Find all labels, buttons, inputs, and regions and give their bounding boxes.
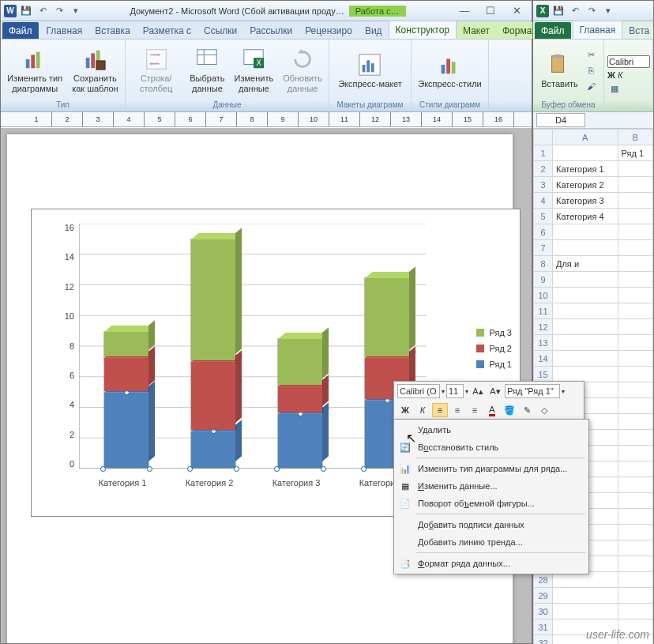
undo-icon[interactable]: ↶ bbox=[36, 4, 50, 18]
cell[interactable] bbox=[618, 193, 653, 209]
mini-font-select[interactable] bbox=[397, 384, 440, 398]
cell[interactable] bbox=[553, 240, 618, 256]
cell[interactable] bbox=[618, 446, 653, 461]
cell[interactable] bbox=[618, 351, 653, 367]
cell[interactable] bbox=[553, 288, 618, 303]
tab-layout[interactable]: Макет bbox=[457, 22, 496, 39]
cell[interactable] bbox=[618, 461, 653, 477]
refresh-data-button[interactable]: Обновить данные bbox=[280, 45, 325, 95]
switch-row-column-button[interactable]: Строка/столбец bbox=[129, 45, 183, 95]
cell[interactable] bbox=[618, 303, 653, 319]
change-chart-type-button[interactable]: Изменить тип диаграммы bbox=[4, 45, 66, 95]
cell[interactable] bbox=[553, 303, 618, 319]
row-header[interactable]: 8 bbox=[534, 256, 553, 272]
row-header[interactable]: 3 bbox=[534, 177, 553, 193]
font-select[interactable] bbox=[607, 55, 650, 68]
menu-format-series[interactable]: 📑Формат ряда данных... bbox=[396, 555, 587, 572]
shrink-font-icon[interactable]: A▾ bbox=[487, 384, 503, 398]
menu-3d-rotation[interactable]: 📄Поворот объемной фигуры... bbox=[396, 495, 587, 512]
mini-size-select[interactable] bbox=[446, 384, 464, 398]
cell[interactable] bbox=[618, 224, 653, 240]
tab-mailings[interactable]: Рассылки bbox=[243, 22, 299, 39]
row-header[interactable]: 14 bbox=[534, 351, 553, 367]
excel-save-icon[interactable]: 💾 bbox=[551, 4, 566, 18]
row-header[interactable]: 7 bbox=[534, 240, 553, 256]
cell[interactable] bbox=[618, 367, 653, 382]
font-color-icon[interactable]: A bbox=[484, 403, 500, 417]
format-painter-icon[interactable]: 🖌 bbox=[584, 79, 599, 93]
italic-icon[interactable]: К bbox=[618, 70, 622, 80]
cell[interactable] bbox=[553, 145, 618, 161]
series-select[interactable] bbox=[505, 384, 560, 398]
close-button[interactable]: ✕ bbox=[505, 3, 528, 19]
row-header[interactable]: 30 bbox=[534, 604, 553, 620]
row-header[interactable]: 12 bbox=[534, 319, 553, 335]
cut-icon[interactable]: ✂ bbox=[584, 47, 599, 62]
tab-view[interactable]: Вид bbox=[359, 22, 389, 39]
cell[interactable] bbox=[618, 430, 653, 446]
cell[interactable] bbox=[618, 414, 653, 430]
menu-reset-style[interactable]: 🔄Восстановить стиль bbox=[396, 439, 587, 456]
cell[interactable] bbox=[618, 288, 653, 303]
paste-button[interactable]: Вставить bbox=[538, 51, 581, 91]
border-icon[interactable]: ▦ bbox=[607, 82, 622, 96]
menu-change-type[interactable]: 📊Изменить тип диаграммы для ряда... bbox=[396, 460, 587, 477]
row-header[interactable]: 2 bbox=[534, 161, 553, 177]
cell[interactable] bbox=[618, 398, 653, 414]
cell[interactable] bbox=[553, 272, 618, 288]
copy-icon[interactable]: ⎘ bbox=[584, 63, 599, 77]
quick-styles-button[interactable]: Экспресс-стили bbox=[415, 51, 484, 91]
cell[interactable] bbox=[618, 272, 653, 288]
menu-add-labels[interactable]: Добавить подписи данных bbox=[396, 516, 587, 533]
excel-tab-insert[interactable]: Вста bbox=[622, 22, 654, 39]
cell[interactable] bbox=[618, 572, 653, 588]
cell[interactable] bbox=[618, 319, 653, 335]
row-header[interactable]: 10 bbox=[534, 288, 553, 303]
row-header[interactable]: 6 bbox=[534, 224, 553, 240]
cell[interactable] bbox=[618, 382, 653, 398]
row-header[interactable]: 9 bbox=[534, 272, 553, 288]
cell[interactable] bbox=[618, 161, 653, 177]
row-header[interactable]: 5 bbox=[534, 209, 553, 224]
row-header[interactable]: 29 bbox=[534, 588, 553, 604]
quick-layout-button[interactable]: Экспресс-макет bbox=[335, 51, 405, 91]
cell[interactable] bbox=[553, 351, 618, 367]
clear-icon[interactable]: ◇ bbox=[536, 403, 552, 417]
cell[interactable] bbox=[618, 525, 653, 540]
outline-icon[interactable]: ✎ bbox=[519, 403, 535, 417]
maximize-button[interactable]: ☐ bbox=[479, 3, 502, 19]
cell[interactable]: Ряд 1 bbox=[618, 145, 653, 161]
name-box[interactable] bbox=[536, 113, 585, 127]
bold-button[interactable]: Ж bbox=[397, 403, 413, 417]
bold-icon[interactable]: Ж bbox=[607, 70, 615, 80]
tab-references[interactable]: Ссылки bbox=[197, 22, 243, 39]
row-header[interactable]: 4 bbox=[534, 193, 553, 209]
cell[interactable]: Категория 1 bbox=[553, 161, 618, 177]
row-header[interactable]: 11 bbox=[534, 303, 553, 319]
plot-area[interactable]: 0246810121416 Категория 1Категория 2Кате… bbox=[79, 224, 427, 469]
excel-undo-icon[interactable]: ↶ bbox=[568, 4, 582, 18]
save-as-template-button[interactable]: Сохранить как шаблон bbox=[69, 45, 122, 95]
cell[interactable] bbox=[618, 240, 653, 256]
cell[interactable] bbox=[553, 367, 618, 382]
grow-font-icon[interactable]: A▴ bbox=[470, 384, 486, 398]
col-B[interactable]: B bbox=[618, 130, 653, 145]
tab-review[interactable]: Рецензиро bbox=[299, 22, 359, 39]
row-header[interactable]: 32 bbox=[534, 635, 553, 645]
row-header[interactable]: 1 bbox=[534, 145, 553, 161]
cell[interactable] bbox=[618, 556, 653, 572]
excel-qat-dropdown-icon[interactable]: ▾ bbox=[601, 4, 615, 18]
cell[interactable]: Категория 2 bbox=[553, 177, 618, 193]
cell[interactable] bbox=[618, 604, 653, 620]
cell[interactable] bbox=[553, 319, 618, 335]
fill-color-icon[interactable]: 🪣 bbox=[502, 403, 517, 417]
cell[interactable] bbox=[618, 209, 653, 224]
cell[interactable] bbox=[618, 509, 653, 525]
save-icon[interactable]: 💾 bbox=[19, 4, 33, 18]
align-right-icon[interactable]: ≡ bbox=[467, 403, 483, 417]
cell[interactable] bbox=[553, 588, 618, 604]
menu-edit-data[interactable]: ▦Изменить данные... bbox=[396, 477, 587, 495]
cell[interactable] bbox=[618, 493, 653, 509]
col-A[interactable]: A bbox=[553, 130, 618, 145]
cell[interactable] bbox=[618, 177, 653, 193]
